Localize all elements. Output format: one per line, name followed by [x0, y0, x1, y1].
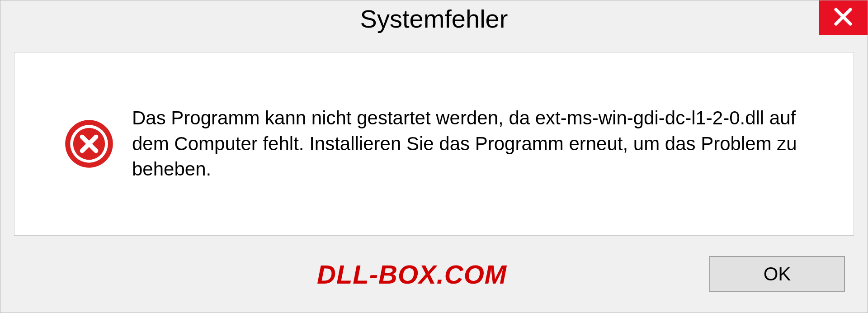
close-button[interactable] — [819, 0, 868, 35]
title-bar: Systemfehler — [0, 0, 868, 44]
footer-bar: DLL-BOX.COM OK — [0, 236, 868, 313]
error-dialog: Systemfehler Das Programm kann nicht ges… — [0, 0, 868, 313]
ok-button[interactable]: OK — [709, 256, 845, 292]
error-message: Das Programm kann nicht gestartet werden… — [132, 105, 831, 182]
close-icon — [832, 6, 854, 29]
error-icon — [64, 119, 114, 169]
watermark-text: DLL-BOX.COM — [317, 259, 507, 289]
dialog-title: Systemfehler — [360, 0, 508, 33]
content-panel: Das Programm kann nicht gestartet werden… — [14, 52, 854, 236]
